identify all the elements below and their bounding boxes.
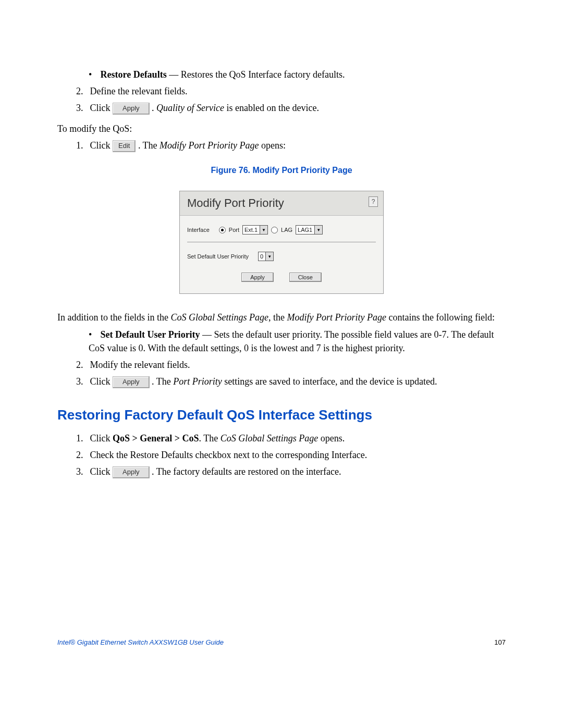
ital: CoS Global Settings Page [170, 312, 268, 323]
dialog-apply-button[interactable]: Apply [241, 273, 274, 282]
step-num: 3. [76, 101, 88, 115]
modify-port-priority-dialog: Modify Port Priority ? Interface Port Ex… [179, 191, 384, 294]
after-paragraph: In addition to the fields in the CoS Glo… [57, 311, 506, 324]
restore-step-2: 2. Check the Restore Defaults checkbox n… [76, 448, 506, 462]
step-3-apply: 3. Click Apply . Quality of Service is e… [76, 101, 506, 115]
bold: QoS > General > CoS [113, 433, 199, 443]
lag-select[interactable]: LAG1 ▼ [296, 225, 323, 235]
step-pre: Click [90, 103, 113, 113]
text: In addition to the fields in the [57, 312, 170, 323]
lag-radio[interactable] [271, 227, 278, 233]
step-num: 3. [76, 465, 88, 478]
ital: CoS Global Settings Page [221, 433, 319, 443]
step-ital: Modify Port Priority Page [160, 140, 259, 151]
step-num: 3. [76, 375, 88, 388]
interface-label: Interface [187, 227, 210, 233]
after-step-2: 2. Modify the relevant fields. [76, 358, 506, 372]
step-2-define: 2. Define the relevant fields. [76, 84, 506, 98]
apply-button-inline[interactable]: Apply [113, 376, 150, 388]
step-num: 1. [76, 431, 88, 445]
step-post: . The factory defaults are restored on t… [152, 466, 341, 477]
port-radio[interactable] [219, 227, 226, 233]
dialog-close-button[interactable]: Close [289, 273, 322, 282]
t: Click [90, 433, 113, 443]
sdu-value: 0 [260, 253, 263, 260]
help-icon[interactable]: ? [369, 196, 378, 207]
dialog-buttons: Apply Close [187, 273, 376, 282]
priority-row: Set Default User Priority 0 ▼ [187, 250, 376, 263]
step-ital: Port Priority [173, 376, 222, 387]
text: , the [268, 312, 287, 323]
t: opens. [318, 433, 345, 443]
step-num: 1. [76, 139, 88, 152]
bullet-dot: • [89, 328, 98, 341]
figure-caption: Figure 76. Modify Port Priority Page [57, 166, 506, 175]
dialog-header: Modify Port Priority ? [180, 191, 383, 216]
page-footer: Intel® Gigabit Ethernet Switch AXXSW1GB … [57, 638, 506, 646]
footer-title: Intel® Gigabit Ethernet Switch AXXSW1GB … [57, 638, 224, 646]
t: . The [199, 433, 221, 443]
sdu-label: Set Default User Priority [187, 253, 249, 260]
bullet-dot: • [89, 68, 98, 81]
text: contains the following field: [386, 312, 495, 323]
apply-button-inline[interactable]: Apply [113, 103, 150, 115]
chevron-down-icon: ▼ [260, 226, 267, 234]
step-pre: Click [90, 376, 113, 387]
step-ital: Quality of Service [156, 103, 224, 113]
step-mid: . The [138, 140, 160, 151]
step-mid: . The [152, 376, 173, 387]
step-text: Modify the relevant fields. [90, 360, 190, 370]
port-value: Ext.1 [244, 227, 258, 233]
step-pre: Click [90, 140, 113, 151]
lag-value: LAG1 [298, 227, 312, 233]
section-heading: Restoring Factory Default QoS Interface … [57, 407, 506, 423]
apply-button-inline[interactable]: Apply [113, 466, 150, 478]
step-post: opens: [259, 140, 286, 151]
step-text: Check the Restore Defaults checkbox next… [90, 450, 368, 460]
divider [187, 242, 376, 242]
step-post: settings are saved to interface, and the… [222, 376, 437, 387]
step-post: is enabled on the device. [224, 103, 319, 113]
step-text: Define the relevant fields. [90, 86, 188, 96]
ital: Modify Port Priority Page [287, 312, 386, 323]
step-mid: . [152, 103, 156, 113]
step-num: 2. [76, 84, 88, 98]
text-restore: — Restores the QoS Interface factory def… [167, 69, 345, 80]
bullet-restore-defaults: • Restore Defaults — Restores the QoS In… [89, 68, 506, 81]
sdu-bold: Set Default User Priority [101, 329, 200, 340]
modify-lead: To modify the QoS: [57, 122, 506, 135]
bullet-set-default: • Set Default User Priority — Sets the d… [89, 328, 506, 355]
lag-label: LAG [281, 227, 292, 233]
dialog-title: Modify Port Priority [187, 196, 284, 210]
restore-step-1: 1. Click QoS > General > CoS. The CoS Gl… [76, 431, 506, 445]
port-select[interactable]: Ext.1 ▼ [242, 225, 268, 235]
port-label: Port [229, 227, 239, 233]
priority-select[interactable]: 0 ▼ [258, 252, 274, 261]
step-num: 2. [76, 358, 88, 372]
restore-step-3: 3. Click Apply . The factory defaults ar… [76, 465, 506, 478]
bold-restore: Restore Defaults [101, 69, 167, 80]
interface-row: Interface Port Ext.1 ▼ LAG LAG1 ▼ [187, 223, 376, 237]
modify-step-1: 1. Click Edit . The Modify Port Priority… [76, 139, 506, 152]
after-step-3: 3. Click Apply . The Port Priority setti… [76, 375, 506, 388]
edit-button-inline[interactable]: Edit [113, 140, 136, 152]
page: • Restore Defaults — Restores the QoS In… [0, 0, 563, 667]
dialog-body: Interface Port Ext.1 ▼ LAG LAG1 ▼ Set De… [180, 216, 383, 293]
page-number: 107 [494, 638, 506, 646]
step-num: 2. [76, 448, 88, 462]
chevron-down-icon: ▼ [314, 226, 322, 234]
step-pre: Click [90, 466, 113, 477]
chevron-down-icon: ▼ [265, 252, 273, 261]
